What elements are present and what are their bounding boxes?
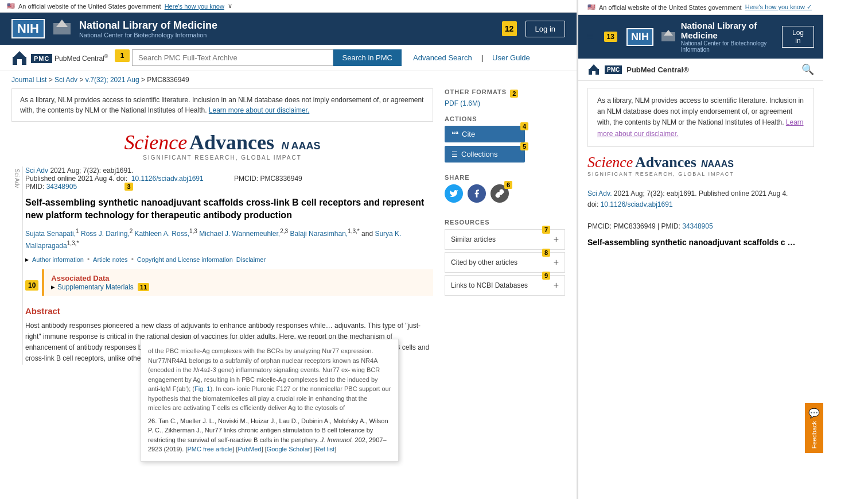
article-meta: Sci Adv 2021 Aug; 7(32): eabj1691. Publi… [25, 167, 433, 191]
actions-title: ACTIONS [445, 115, 565, 122]
pdf-link[interactable]: PDF (1.6M) [445, 99, 480, 107]
svg-marker-3 [13, 51, 26, 58]
nih-logo-area: NIH National Library of Medicine Nationa… [11, 18, 217, 39]
google-scholar-link[interactable]: Google Scholar [267, 446, 310, 452]
author-narasimhan[interactable]: Balaji Narasimhan, [290, 230, 348, 238]
badge-1: 1 [115, 49, 130, 62]
rp-gov-link[interactable]: Here's how you know ✓ [745, 3, 812, 11]
quote-icon: ❝❝ [451, 130, 458, 138]
journal-logo: Science Advances NAAAS SIGNIFICANT RESEA… [11, 130, 433, 161]
cited-by-wrapper: Cited by other articles + 8 [445, 252, 565, 273]
author-senapati[interactable]: Sujata Senapati, [25, 230, 76, 238]
rp-nih-subtitle: National Center for Biotechnology Inform… [681, 40, 782, 53]
associated-data-title: Associated Data [51, 274, 109, 283]
rp-journal-advances: Advances [635, 154, 696, 171]
facebook-share-button[interactable] [468, 184, 486, 203]
author-ross[interactable]: Kathleen A. Ross, [135, 230, 189, 238]
advanced-search-link[interactable]: Advanced Search [413, 53, 472, 62]
article-doi-link[interactable]: 10.1126/sciadv.abj1691 [131, 175, 204, 183]
ref-list-link[interactable]: Ref list [316, 446, 335, 452]
rp-title-ellipsis: … [788, 238, 796, 247]
authors: Sujata Senapati,1 Ross J. Darling,2 Kath… [25, 227, 433, 251]
user-guide-link[interactable]: User Guide [492, 53, 530, 62]
header-right: 12 Log in [502, 21, 565, 37]
breadcrumb-journal-list[interactable]: Journal List [11, 76, 46, 84]
author-darling[interactable]: Ross J. Darling, [81, 230, 130, 238]
expand-icon-ncbi: + [554, 280, 559, 291]
pmc-box: PMC [31, 54, 52, 63]
author-info-link[interactable]: Author information [32, 256, 84, 263]
journal-abbr-link[interactable]: Sci Adv [25, 167, 48, 175]
disclaimer-link[interactable]: Learn more about our disclaimer. [209, 106, 309, 114]
nav-sep: | [481, 53, 483, 62]
twitter-share-button[interactable] [445, 184, 463, 203]
badge-3: 3 [124, 183, 133, 191]
badge-6: 6 [504, 181, 512, 189]
gov-banner-text: An official website of the United States… [18, 3, 161, 10]
rp-article-info: Sci Adv. 2021 Aug; 7(32): eabj1691. Publ… [578, 184, 823, 237]
rp-flag: 🇺🇸 [587, 3, 595, 11]
breadcrumb: Journal List > Sci Adv > v.7(32); 2021 A… [0, 71, 577, 88]
nih-text: National Library of Medicine National Ce… [79, 20, 217, 38]
collections-button[interactable]: ☰ Collections [445, 146, 525, 163]
rp-login-button[interactable]: Log in [782, 26, 814, 48]
rp-pmc-bar: PMC PubMed Central® 🔍 [578, 59, 823, 81]
rp-journal: Science Advances NAAAS SIGNIFICANT RESEA… [578, 154, 823, 184]
badge-8: 8 [542, 249, 550, 257]
cite-label: Cite [462, 130, 475, 138]
actions-section: ACTIONS ❝❝ Cite 4 ☰ Collections 5 [445, 115, 565, 166]
badge-9: 9 [542, 272, 550, 280]
right-panel: 🇺🇸 An official website of the United Sta… [577, 0, 823, 499]
rp-aaas: NAAAS [699, 159, 734, 169]
cite-button[interactable]: ❝❝ Cite [445, 126, 525, 142]
rp-feedback-label: Feedback [811, 421, 818, 448]
supplementary-link[interactable]: Supplementary Materials [57, 283, 135, 291]
rp-menu-button[interactable]: ≡ [587, 31, 598, 43]
pmc-text: PubMed Central® [55, 55, 108, 63]
pubmed-link[interactable]: PubMed [238, 446, 262, 452]
rp-feedback-chat-icon: 💬 [808, 408, 820, 419]
abstract-title: Abstract [25, 306, 433, 316]
breadcrumb-sci-adv[interactable]: Sci Adv [55, 76, 77, 84]
fig1-link[interactable]: Fig. 1 [194, 385, 211, 392]
similar-articles-wrapper: Similar articles + 7 [445, 229, 565, 250]
rp-nih-text: National Library of Medicine National Ce… [681, 21, 782, 53]
rp-gov-banner: 🇺🇸 An official website of the United Sta… [578, 0, 823, 15]
tooltip-popup: of the PBC micelle-Ag complexes with the… [141, 339, 399, 462]
associated-data-section: 10 Associated Data ▸ Supplementary Mater… [25, 269, 433, 301]
cited-by-label: Cited by other articles [451, 258, 517, 266]
article-pmid-label: PMID: [25, 183, 46, 191]
search-input[interactable] [132, 49, 333, 66]
login-button[interactable]: Log in [526, 21, 565, 37]
search-button[interactable]: Search in PMC [333, 49, 402, 66]
formats-header: OTHER FORMATS 2 [445, 88, 565, 99]
article-notes-link[interactable]: Article notes [93, 256, 128, 263]
rp-journal-abbr-link[interactable]: Sci Adv. [587, 189, 612, 198]
author-wannemeuhler[interactable]: Michael J. Wannemeuhler, [199, 230, 280, 238]
disclaimer-article-link[interactable]: Disclaimer [236, 256, 266, 263]
article-pmid-link[interactable]: 34348905 [46, 183, 77, 191]
rp-doi-link[interactable]: 10.1126/sciadv.abj1691 [601, 200, 673, 208]
gov-banner: 🇺🇸 An official website of the United Sta… [0, 0, 577, 13]
pmc-free-article-link[interactable]: PMC free article [188, 446, 233, 452]
share-title: SHARE [445, 174, 565, 181]
nih-logo: NIH [11, 19, 45, 38]
badge-2: 2 [510, 90, 518, 98]
svg-rect-9 [592, 71, 595, 75]
rp-article-citation: 2021 Aug; 7(32): eabj1691. Published onl… [614, 189, 788, 198]
share-icons [445, 184, 509, 203]
rp-pmid-link[interactable]: 34348905 [682, 222, 713, 230]
breadcrumb-sep2: > [79, 76, 85, 84]
article-year-volume: 2021 Aug; 7(32): eabj1691. [50, 167, 133, 175]
breadcrumb-volume[interactable]: v.7(32); 2021 Aug [85, 76, 139, 84]
breadcrumb-sep3: > [141, 76, 147, 84]
breadcrumb-sep1: > [49, 76, 55, 84]
rp-search-icon[interactable]: 🔍 [801, 63, 814, 76]
rp-feedback-button[interactable]: 💬 Feedback [805, 403, 823, 453]
cite-btn-wrapper: ❝❝ Cite 4 [445, 126, 525, 146]
copyright-link[interactable]: Copyright and License information [137, 256, 233, 263]
pmc-logo-area: PMC PubMed Central® [11, 50, 109, 66]
rp-disclaimer-text: As a library, NLM provides access to sci… [597, 96, 804, 126]
gov-banner-link[interactable]: Here's how you know [165, 3, 224, 10]
article-meta-wrapper: Sci Adv Sci Adv 2021 Aug; 7(32): eabj169… [11, 167, 433, 365]
